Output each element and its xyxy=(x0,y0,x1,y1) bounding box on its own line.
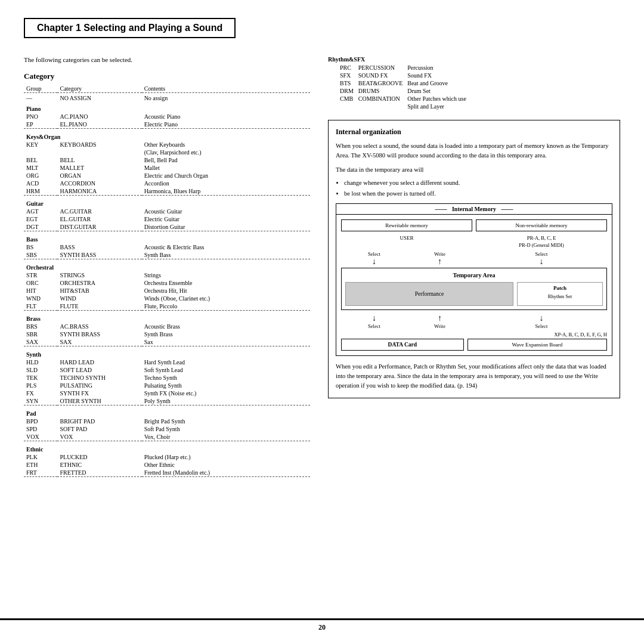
chapter-title: Chapter 1 Selecting and Playing a Sound xyxy=(37,23,222,33)
internal-org-text1: When you select a sound, the sound data … xyxy=(336,141,612,160)
page-number: 20 xyxy=(318,623,326,632)
group-row-brass: Brass xyxy=(24,312,310,323)
select-arrow-2: Select ↓ xyxy=(535,251,548,267)
intro-text: The following categories can be selected… xyxy=(24,56,310,63)
rhythm-table: PRC PERCUSSION Percussion SFX SOUND FX S… xyxy=(328,64,470,110)
data-card-box: DATA Card xyxy=(341,339,464,351)
bullet-item-1: change whenever you select a different s… xyxy=(344,179,612,188)
bottom-boxes-row: DATA Card Wave Expansion Board xyxy=(341,339,607,351)
table-row: SAXSAXSax xyxy=(24,338,310,346)
bottom-border xyxy=(0,618,644,620)
table-row: DRM DRUMS Drum Set xyxy=(328,87,470,95)
rhythm-set-label: Rhythm Set xyxy=(520,293,600,299)
cell-group: — xyxy=(24,94,57,102)
performance-label: Performance xyxy=(415,291,444,297)
internal-org-title: Internal organization xyxy=(336,128,612,137)
main-content: The following categories can be selected… xyxy=(24,56,620,478)
temp-inner: Performance Patch Rhythm Set xyxy=(345,282,603,306)
chapter-header: Chapter 1 Selecting and Playing a Sound xyxy=(24,18,236,38)
internal-memory-diagram: Internal Memory Rewritable memory Non-re… xyxy=(336,203,612,357)
category-table: Group Category Contents — NO ASSIGN No a… xyxy=(24,85,310,478)
table-row: FRTFRETTEDFretted Inst (Mandolin etc.) xyxy=(24,469,310,477)
table-header: Group Category Contents xyxy=(24,85,310,93)
table-row: ACDACCORDIONAccordion xyxy=(24,179,310,187)
table-row: AGTAC.GUITARAcoustic Guitar xyxy=(24,208,310,215)
group-row-synth: Synth xyxy=(24,348,310,358)
page: Chapter 1 Selecting and Playing a Sound … xyxy=(0,0,644,644)
group-row-keys: Keys&Organ xyxy=(24,130,310,141)
rhythm-sfx-title: Rhythm&SFX xyxy=(328,56,620,63)
table-row: BSBASSAcoustic & Electric Bass xyxy=(24,243,310,251)
col-cont-header: Contents xyxy=(142,85,310,93)
group-label: Piano xyxy=(24,102,310,113)
table-row: HRMHARMONICAHarmonica, Blues Harp xyxy=(24,187,310,196)
left-column: The following categories can be selected… xyxy=(24,56,310,478)
xp-label: XP-A, B, C, D, E, F, G, H xyxy=(341,332,607,338)
table-row: (Clav, Harpsichord etc.) xyxy=(24,148,310,156)
table-row: PRC PERCUSSION Percussion xyxy=(328,64,470,72)
wave-exp-label: Wave Expansion Board xyxy=(512,342,562,348)
table-row: PLSPULSATINGPulsating Synth xyxy=(24,382,310,389)
table-row: SPDSOFT PADSoft Pad Synth xyxy=(24,425,310,433)
rhythm-sfx-section: Rhythm&SFX PRC PERCUSSION Percussion SFX… xyxy=(328,56,620,110)
user-label: USER xyxy=(341,234,472,250)
user-pr-row: USER PR-A, B, C, EPR-D (General MIDI) xyxy=(341,234,607,250)
table-row xyxy=(24,477,310,479)
diagram-title: Internal Memory xyxy=(336,204,612,215)
rewritable-box: Rewritable memory xyxy=(341,219,472,231)
table-row: MLTMALLETMallet xyxy=(24,164,310,172)
category-title: Category xyxy=(24,72,310,81)
table-row: ORCORCHESTRAOrchestra Ensemble xyxy=(24,279,310,287)
cell-cont: No assign xyxy=(142,94,310,102)
table-row: PNOAC.PIANOAcoustic Piano xyxy=(24,113,310,120)
table-row: FLTFLUTEFlute, Piccolo xyxy=(24,302,310,311)
arrows-row-1: Select ↓ Write ↑ Select xyxy=(341,251,607,267)
temp-area-title: Temporary Area xyxy=(345,272,603,278)
table-row: BPDBRIGHT PADBright Pad Synth xyxy=(24,417,310,425)
internal-org-box: Internal organization When you select a … xyxy=(328,120,620,398)
table-row: SBRSYNTH BRASSSynth Brass xyxy=(24,330,310,338)
table-row: TEKTECHNO SYNTHTechno Synth xyxy=(24,374,310,382)
table-row: EGTEL.GUITARElectric Guitar xyxy=(24,215,310,223)
group-row-bass: Bass xyxy=(24,233,310,243)
table-row: EPEL.PIANOElectric Piano xyxy=(24,120,310,129)
select-arrow-1: Select ↓ xyxy=(368,251,380,267)
table-row: FXSYNTH FXSynth FX (Noise etc.) xyxy=(24,389,310,397)
non-rewritable-label: Non-rewritable memory xyxy=(515,222,567,228)
group-row-piano: Piano xyxy=(24,102,310,113)
table-row: BTS BEAT&GROOVE Beat and Groove xyxy=(328,79,470,87)
arrows-row-2: ↓ Select ↑ Write ↓ xyxy=(341,314,607,329)
table-row: ORGORGANElectric and Church Organ xyxy=(24,172,310,179)
performance-box: Performance xyxy=(345,282,513,306)
diagram-title-text: Internal Memory xyxy=(452,206,496,212)
table-row: HLDHARD LEADHard Synth Lead xyxy=(24,358,310,366)
write-arrow: Write ↑ xyxy=(434,251,445,267)
table-row: SLDSOFT LEADSoft Synth Lead xyxy=(24,366,310,374)
non-rewritable-box: Non-rewritable memory xyxy=(476,219,607,231)
mem-type-row: Rewritable memory Non-rewritable memory xyxy=(341,219,607,231)
select-arrow-3: ↓ Select xyxy=(368,314,380,329)
select-arrow-4: ↓ Select xyxy=(535,314,548,329)
bullet-item-2: be lost when the power is turned off. xyxy=(344,190,612,199)
table-row: VOXVOXVox, Choir xyxy=(24,433,310,441)
table-row: DGTDIST.GUITARDistortion Guitar xyxy=(24,223,310,231)
rewritable-label: Rewritable memory xyxy=(385,222,428,228)
patch-box: Patch Rhythm Set xyxy=(517,282,603,306)
bullet-list: change whenever you select a different s… xyxy=(344,179,612,198)
table-row: CMB COMBINATION Other Patches which use xyxy=(328,95,470,103)
table-row: WNDWINDWinds (Oboe, Clarinet etc.) xyxy=(24,295,310,302)
internal-org-text2: The data in the temporary area will xyxy=(336,165,612,175)
group-row-orchestral: Orchestral xyxy=(24,261,310,271)
table-row: STRSTRINGSStrings xyxy=(24,271,310,279)
pr-label: PR-A, B, C, EPR-D (General MIDI) xyxy=(476,234,607,250)
table-row: Split and Layer xyxy=(328,103,470,110)
table-row: KEYKEYBOARDSOther Keyboards xyxy=(24,141,310,148)
table-row: SYNOTHER SYNTHPoly Synth xyxy=(24,397,310,405)
table-row: — NO ASSIGN No assign xyxy=(24,94,310,102)
patch-label: Patch xyxy=(520,285,600,291)
write-arrow-2: ↑ Write xyxy=(434,314,445,329)
table-row: BRSAC.BRASSAcoustic Brass xyxy=(24,323,310,330)
table-row: SFX SOUND FX Sound FX xyxy=(328,72,470,79)
table-row: PLKPLUCKEDPlucked (Harp etc.) xyxy=(24,453,310,461)
col-group-header: Group xyxy=(24,85,57,93)
